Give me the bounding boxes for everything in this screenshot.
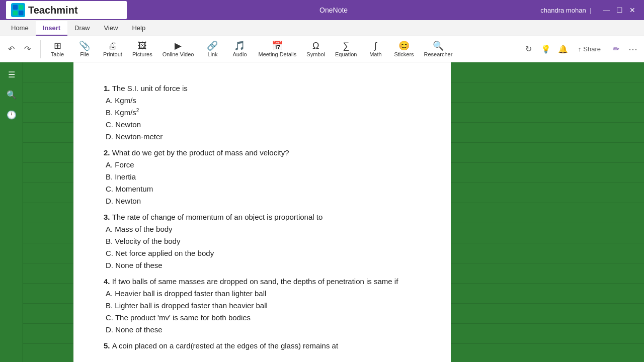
grid-row xyxy=(451,284,644,304)
q1-text: The S.I. unit of force is xyxy=(112,84,188,93)
q5-number: 5. xyxy=(104,341,112,350)
refresh-icon[interactable]: ↻ xyxy=(522,42,536,56)
edit-button[interactable]: ✏ xyxy=(609,42,623,56)
meeting-details-button[interactable]: 📅 Meeting Details xyxy=(254,39,300,59)
researcher-icon: 🔍 xyxy=(433,41,444,50)
q2-option-b: B. Inertia xyxy=(104,171,421,183)
share-label: Share xyxy=(583,45,601,53)
quiz-content: 1. The S.I. unit of force is A. Kgm/s B.… xyxy=(104,82,421,352)
symbol-icon: Ω xyxy=(312,41,319,50)
title-right: chandra mohan | — ☐ ✕ xyxy=(540,5,638,16)
user-name: chandra mohan xyxy=(540,7,586,14)
q1-option-b: B. Kgm/s2 xyxy=(104,107,421,119)
app-logo-text: Teachmint xyxy=(28,5,78,16)
q5-text: A coin placed on a card(rested at the ed… xyxy=(112,341,338,350)
stickers-button[interactable]: 😊 Stickers xyxy=(390,39,418,59)
link-icon: 🔗 xyxy=(207,41,218,50)
file-icon: 📎 xyxy=(79,41,90,50)
symbol-button[interactable]: Ω Symbol xyxy=(302,39,329,59)
sidebar-recent-icon[interactable]: 🕛 xyxy=(4,107,20,123)
grid-row xyxy=(451,82,644,103)
q1-number: 1. xyxy=(104,84,112,93)
grid-row xyxy=(451,62,644,82)
grid-row xyxy=(451,203,644,223)
q2-option-d: D. Newton xyxy=(104,195,421,207)
math-label: Math xyxy=(369,51,381,57)
undo-button[interactable]: ↶ xyxy=(4,42,18,56)
online-video-button[interactable]: ▶ Online Video xyxy=(158,39,198,59)
q3-option-a: A. Mass of the body xyxy=(104,223,421,235)
question-2: 2. What do we get by the product of mass… xyxy=(104,147,421,207)
tab-home[interactable]: Home xyxy=(4,21,36,36)
q4-option-d: D. None of these xyxy=(104,324,421,336)
grid-row xyxy=(451,103,644,123)
left-green-column xyxy=(23,62,73,362)
minimize-button[interactable]: — xyxy=(601,5,612,16)
table-button[interactable]: ⊞ Table xyxy=(45,39,70,59)
svg-rect-3 xyxy=(13,11,18,16)
tab-draw[interactable]: Draw xyxy=(67,21,97,36)
meeting-details-label: Meeting Details xyxy=(258,51,296,57)
audio-button[interactable]: 🎵 Audio xyxy=(227,39,252,59)
equation-label: Equation xyxy=(335,51,357,57)
close-button[interactable]: ✕ xyxy=(627,5,638,16)
file-button[interactable]: 📎 File xyxy=(72,39,97,59)
q1-option-c: C. Newton xyxy=(104,119,421,131)
svg-rect-2 xyxy=(19,5,24,10)
grid-row xyxy=(23,62,73,82)
grid-row xyxy=(451,143,644,163)
stickers-icon: 😊 xyxy=(398,41,410,50)
q4-number: 4. xyxy=(104,277,112,286)
q2-text: What do we get by the product of mass an… xyxy=(112,148,289,157)
more-options-button[interactable]: ⋯ xyxy=(626,42,640,56)
researcher-label: Researcher xyxy=(424,51,453,57)
bell-icon[interactable]: 🔔 xyxy=(556,42,570,56)
grid-row xyxy=(23,123,73,143)
printout-label: Printout xyxy=(103,51,122,57)
grid-row xyxy=(451,243,644,263)
grid-row xyxy=(451,163,644,183)
question-1: 1. The S.I. unit of force is A. Kgm/s B.… xyxy=(104,82,421,143)
teachmint-logo-icon xyxy=(11,3,25,17)
right-toolbar: ↻ 💡 🔔 ↑ Share ✏ ⋯ xyxy=(522,42,640,56)
grid-row xyxy=(451,123,644,143)
tab-help[interactable]: Help xyxy=(125,21,152,36)
researcher-button[interactable]: 🔍 Researcher xyxy=(420,39,457,59)
svg-rect-1 xyxy=(13,5,18,10)
sidebar-notes-icon[interactable]: ☰ xyxy=(4,66,20,82)
grid-row xyxy=(451,223,644,243)
equation-button[interactable]: ∑ Equation xyxy=(331,39,361,59)
online-video-label: Online Video xyxy=(163,51,194,57)
q1-option-a: A. Kgm/s xyxy=(104,95,421,107)
right-green-column xyxy=(451,62,644,362)
pictures-button[interactable]: 🖼 Pictures xyxy=(128,39,156,59)
pictures-icon: 🖼 xyxy=(138,41,147,50)
maximize-button[interactable]: ☐ xyxy=(614,5,625,16)
table-label: Table xyxy=(51,51,64,57)
share-button[interactable]: ↑ Share xyxy=(573,43,606,55)
title-separator: | xyxy=(590,7,592,14)
grid-row xyxy=(23,284,73,304)
q3-number: 3. xyxy=(104,213,112,221)
svg-rect-4 xyxy=(19,11,24,16)
equation-icon: ∑ xyxy=(343,41,349,50)
logo-area: Teachmint xyxy=(6,1,127,19)
tab-insert[interactable]: Insert xyxy=(36,21,67,36)
grid-row xyxy=(23,243,73,263)
printout-button[interactable]: 🖨 Printout xyxy=(99,39,126,59)
sidebar-search-icon[interactable]: 🔍 xyxy=(4,86,20,103)
q3-text: The rate of change of momentum of an obj… xyxy=(112,213,323,221)
printout-icon: 🖨 xyxy=(108,41,117,50)
symbol-label: Symbol xyxy=(306,51,325,57)
q4-option-b: B. Lighter ball is dropped faster than h… xyxy=(104,300,421,312)
tab-view[interactable]: View xyxy=(97,21,125,36)
bulb-icon[interactable]: 💡 xyxy=(539,42,553,56)
note-page[interactable]: 1. The S.I. unit of force is A. Kgm/s B.… xyxy=(73,62,451,362)
link-button[interactable]: 🔗 Link xyxy=(200,39,225,59)
grid-row xyxy=(23,263,73,284)
file-label: File xyxy=(80,51,89,57)
pictures-label: Pictures xyxy=(132,51,152,57)
redo-button[interactable]: ↷ xyxy=(20,42,34,56)
grid-row xyxy=(23,304,73,324)
math-button[interactable]: ∫ Math xyxy=(363,39,388,59)
